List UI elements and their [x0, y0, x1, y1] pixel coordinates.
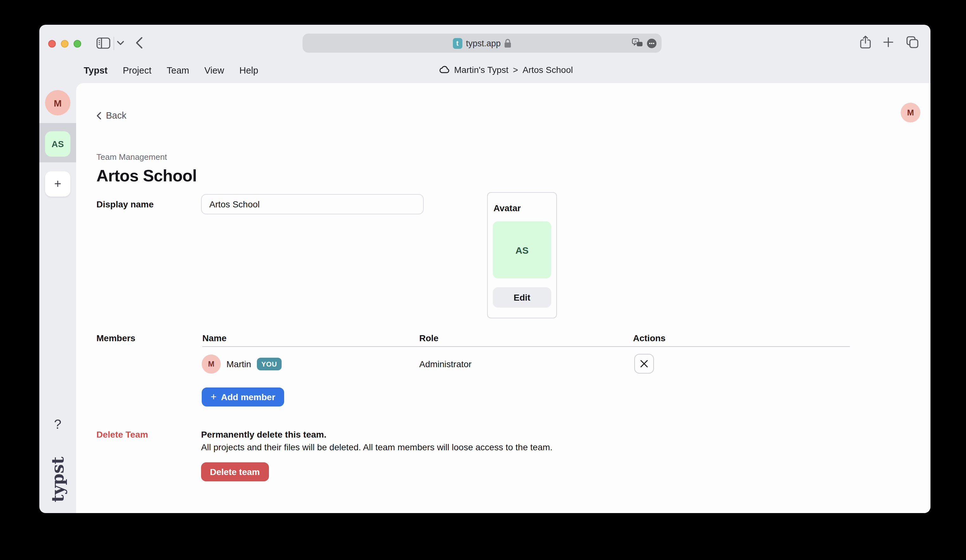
menu-project[interactable]: Project	[123, 65, 151, 76]
breadcrumb-separator: >	[513, 65, 518, 75]
column-header-role: Role	[419, 333, 439, 343]
team-management-panel: Back M Team Management Artos School Disp…	[76, 83, 930, 513]
lock-icon	[504, 39, 511, 48]
traffic-light-minimize[interactable]	[61, 40, 69, 48]
svg-text:A: A	[634, 39, 637, 44]
delete-team-label: Delete Team	[97, 429, 148, 440]
url-text: typst.app	[466, 38, 501, 48]
add-team-button[interactable]: +	[45, 171, 71, 197]
back-label: Back	[106, 110, 127, 120]
sidebar-user-avatar[interactable]: M	[45, 90, 71, 115]
svg-text:文: 文	[638, 42, 642, 46]
sidebar-team-artos-school[interactable]: AS	[45, 131, 71, 157]
plus-icon: +	[210, 391, 217, 403]
avatar-card-label: Avatar	[493, 203, 521, 214]
translate-icon[interactable]: 文 A	[632, 38, 644, 48]
display-name-label: Display name	[97, 199, 154, 209]
menu-help[interactable]: Help	[240, 65, 258, 76]
remove-member-button[interactable]	[634, 354, 654, 374]
menu-view[interactable]: View	[204, 65, 224, 76]
traffic-light-zoom[interactable]	[74, 40, 81, 48]
column-header-name: Name	[202, 333, 227, 343]
browser-back-icon[interactable]	[136, 37, 143, 49]
member-role: Administrator	[419, 359, 472, 369]
breadcrumb-workspace[interactable]: Martin's Typst	[454, 65, 508, 75]
back-button[interactable]: Back	[97, 110, 127, 120]
breadcrumb-current: Artos School	[522, 65, 573, 75]
display-name-input[interactable]	[201, 194, 424, 214]
close-icon	[640, 360, 648, 368]
members-label: Members	[97, 333, 135, 343]
back-chevron-icon	[97, 111, 102, 120]
column-header-actions: Actions	[633, 333, 666, 343]
menu-typst[interactable]: Typst	[84, 65, 107, 76]
chevron-down-icon[interactable]	[117, 41, 124, 46]
add-member-button[interactable]: + Add member	[202, 388, 284, 407]
section-label: Team Management	[97, 152, 167, 162]
delete-team-button[interactable]: Delete team	[201, 462, 269, 481]
page-title: Artos School	[97, 166, 197, 186]
you-badge: YOU	[257, 358, 282, 370]
delete-warning-body: All projects and their files will be del…	[201, 442, 552, 452]
breadcrumb[interactable]: Martin's Typst > Artos School	[439, 65, 573, 75]
help-icon[interactable]: ?	[39, 417, 76, 432]
tab-overview-icon[interactable]	[906, 36, 918, 48]
screen: t typst.app 文 A	[0, 0, 966, 560]
member-avatar: M	[202, 355, 221, 374]
app-menubar: Typst Project Team View Help	[84, 65, 258, 76]
more-options-icon[interactable]	[647, 38, 657, 48]
toolbar-divider	[113, 37, 114, 50]
site-favicon: t	[453, 38, 462, 49]
share-icon[interactable]	[860, 36, 871, 49]
delete-warning-title: Permanently delete this team.	[201, 429, 326, 440]
avatar-card: Avatar AS Edit	[487, 192, 557, 319]
edit-avatar-button[interactable]: Edit	[493, 287, 551, 307]
account-avatar[interactable]: M	[901, 103, 920, 122]
menu-team[interactable]: Team	[167, 65, 189, 76]
new-tab-icon[interactable]	[883, 37, 894, 48]
team-avatar: AS	[493, 221, 551, 279]
member-name: Martin	[227, 359, 251, 369]
browser-window: t typst.app 文 A	[39, 25, 930, 513]
traffic-light-close[interactable]	[48, 40, 56, 48]
add-member-label: Add member	[221, 392, 275, 402]
table-divider	[202, 346, 850, 347]
address-bar[interactable]: t typst.app 文 A	[302, 34, 662, 53]
sidebar-toggle-icon[interactable]	[97, 38, 110, 49]
cloud-icon	[439, 66, 450, 74]
